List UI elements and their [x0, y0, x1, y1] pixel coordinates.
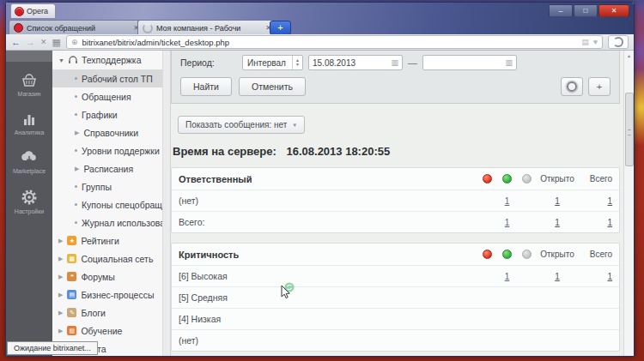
sidebar-item-groups[interactable]: Группы — [52, 177, 162, 196]
table-title: Критичность — [179, 250, 477, 260]
url-text: bitrixanet/bitrix/admin/ticket_desktop.p… — [82, 38, 578, 47]
maximize-button[interactable]: □ — [574, 4, 598, 17]
close-button[interactable]: ✕ — [598, 4, 629, 17]
find-button[interactable]: Найти — [180, 77, 232, 96]
bitrix-favicon — [14, 23, 23, 33]
server-time-heading: Время на сервере: 16.08.2013 18:20:55 — [173, 145, 623, 158]
rail-item-analytics[interactable]: Аналитика — [15, 111, 45, 135]
server-time-value: 16.08.2013 18:20:55 — [286, 145, 390, 158]
sidebar-item-forums[interactable]: ▶ ❝ Форумы — [52, 268, 162, 286]
sidebar-item-support-levels[interactable]: Уровни поддержки — [52, 141, 162, 159]
scroll-up-arrow[interactable]: ▲ — [624, 51, 634, 60]
criticality-table: Критичность Открыто Всего [6] Высокая 1 … — [171, 243, 620, 352]
tab-ticket-list[interactable]: Список обращений ✕ — [9, 20, 144, 35]
favorites-heart-icon[interactable]: ♥ — [593, 38, 598, 46]
open-count-link[interactable]: 1 — [537, 218, 578, 227]
calendar-icon[interactable]: ▥ — [505, 58, 513, 67]
sidebar-item-techsupport[interactable]: ▼ Техподдержка — [52, 51, 162, 69]
sidebar-item-label: Рабочий стол ТП — [82, 74, 153, 84]
bookmark-bar-icon[interactable]: ▤ — [581, 38, 589, 46]
url-field[interactable]: ⊕ bitrixanet/bitrix/admin/ticket_desktop… — [66, 35, 603, 49]
new-tab-button[interactable]: + — [270, 21, 291, 35]
column-total[interactable]: Всего — [578, 174, 612, 184]
status-bar: Ожидание bitrixanet... — [7, 341, 98, 355]
cancel-button[interactable]: Отменить — [239, 77, 306, 96]
headset-icon — [68, 55, 78, 65]
rail-label: Marketplace — [13, 168, 46, 174]
date-from-input[interactable]: 15.08.2013 ▥ — [308, 55, 403, 70]
calendar-icon[interactable]: ▥ — [391, 58, 398, 67]
table-row: (нет) 1 1 1 — [172, 190, 619, 211]
sidebar-item-coupons[interactable]: Купоны спецобращений — [52, 196, 162, 214]
opera-menu-button[interactable]: Opera — [10, 3, 56, 18]
row-label: (нет) — [179, 196, 477, 206]
scrollbar-thumb[interactable] — [625, 93, 634, 166]
find-button-label: Найти — [193, 81, 219, 92]
table-row: [6] Высокая 1 1 1 — [172, 265, 619, 286]
interval-select[interactable]: Интервал ▲▼ — [242, 55, 303, 70]
gray-status-dot — [522, 174, 532, 184]
rail-scroll-remnant — [6, 51, 52, 62]
speed-dial-grid-icon[interactable]: ▦ — [52, 38, 61, 47]
column-open[interactable]: Открыто — [537, 174, 578, 184]
sidebar-item-label: Обучение — [81, 326, 122, 336]
extensions-badge[interactable] — [608, 35, 629, 49]
sidebar-item-ratings[interactable]: ▶ ★ Рейтинги — [52, 232, 162, 250]
loading-spinner-favicon — [143, 23, 153, 33]
sidebar-item-social-network[interactable]: ▶ ▩ Социальная сеть — [52, 250, 162, 268]
chevron-down-icon[interactable]: ▼ — [58, 57, 64, 63]
column-total[interactable]: Всего — [578, 250, 612, 259]
sidebar-item-business-processes[interactable]: ▶ ▤ Бизнес-процессы — [52, 286, 162, 304]
open-count-link[interactable]: 1 — [537, 272, 578, 281]
green-count-link[interactable]: 1 — [497, 218, 517, 227]
rail-item-marketplace[interactable]: Marketplace — [13, 149, 46, 174]
opera-window: Opera – □ ✕ Список обращений ✕ Моя компа… — [5, 2, 635, 357]
sidebar-resize-handle[interactable] — [162, 51, 171, 356]
table-title: Ответственный — [179, 174, 477, 184]
sidebar-item-coupon-log[interactable]: Журнал использования куп — [52, 214, 162, 232]
minimize-button[interactable]: – — [549, 4, 573, 17]
sidebar-item-blogs[interactable]: ▶ ✎ Блоги — [52, 304, 162, 322]
rail-item-shop[interactable]: Магазин — [17, 72, 40, 97]
sidebar-item-graphs[interactable]: Графики — [52, 105, 162, 123]
back-icon[interactable]: ← — [11, 38, 21, 47]
sidebar-item-dictionaries[interactable]: ▶ Справочники — [52, 123, 162, 141]
sidebar-item-training[interactable]: ▶ ▧ Обучение — [52, 322, 162, 340]
column-open[interactable]: Открыто — [537, 250, 578, 259]
open-count-link[interactable]: 1 — [537, 196, 578, 206]
add-filter-button[interactable]: + — [588, 77, 611, 96]
total-count-link[interactable]: 1 — [578, 272, 612, 281]
total-count-link[interactable]: 1 — [578, 196, 612, 206]
table-header: Ответственный Открыто Всего — [172, 168, 619, 190]
green-count-link[interactable]: 1 — [497, 196, 517, 206]
page-security-icon: ⊕ — [71, 38, 78, 46]
tab-my-company[interactable]: Моя компания - Рабочи ✕ — [137, 20, 276, 35]
row-label[interactable]: [6] Высокая — [179, 271, 477, 281]
tab-bar: Список обращений ✕ Моя компания - Рабочи… — [6, 19, 634, 34]
filter-settings-button[interactable] — [561, 77, 583, 96]
bullet-icon — [75, 221, 77, 224]
spinner-arrows-icon[interactable]: ▲▼ — [292, 56, 302, 69]
sidebar-item-label: Справочники — [83, 128, 138, 138]
vertical-scrollbar[interactable]: ▲ — [623, 51, 634, 356]
row-label[interactable]: [5] Средняя — [179, 292, 477, 303]
green-count-link[interactable]: 1 — [497, 272, 517, 281]
date-to-input[interactable]: ▥ — [422, 55, 517, 70]
show-messages-button[interactable]: Показать сообщения: нет ▼ — [178, 116, 305, 134]
sidebar-item-schedules[interactable]: ▶ Расписания — [52, 159, 162, 177]
gray-status-dot — [522, 250, 532, 259]
interval-value: Интервал — [247, 58, 286, 68]
app-rail: Магазин Аналитика Marketplace — [6, 51, 52, 356]
sidebar-item-label: Рейтинги — [81, 236, 118, 246]
stop-icon[interactable]: ✕ — [40, 39, 47, 46]
sidebar-item-tickets[interactable]: Обращения — [52, 87, 162, 105]
total-count-link[interactable]: 1 — [578, 218, 612, 227]
rail-label: Аналитика — [15, 129, 45, 135]
rail-item-settings[interactable]: Настройки — [15, 188, 44, 214]
date-range-dash: — — [408, 57, 417, 68]
sidebar-item-desktop-tp[interactable]: Рабочий стол ТП — [52, 69, 162, 87]
ratings-icon: ★ — [67, 236, 76, 245]
row-label[interactable]: [4] Низкая — [179, 314, 477, 324]
forward-icon[interactable]: → — [26, 38, 35, 47]
chevron-right-icon: ▶ — [58, 328, 63, 334]
